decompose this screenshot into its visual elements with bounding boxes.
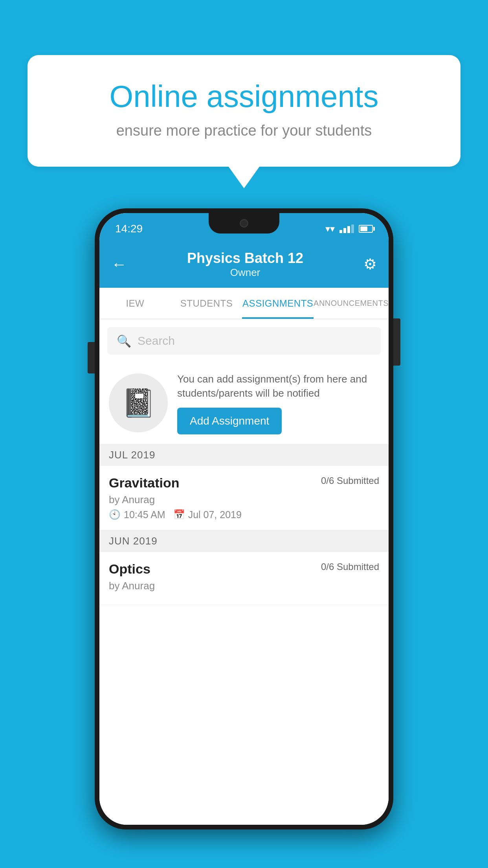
tab-students[interactable]: STUDENTS [171, 288, 242, 319]
search-bar[interactable]: 🔍 Search [107, 327, 381, 355]
search-icon: 🔍 [117, 334, 131, 348]
assignment-title: Gravitation [109, 475, 179, 491]
signal-bars-icon [339, 224, 354, 233]
battery-icon [359, 225, 373, 233]
assignment-item-gravitation[interactable]: Gravitation 0/6 Submitted by Anurag 🕙 10… [99, 466, 389, 530]
assignment-time: 10:45 AM [124, 509, 165, 520]
promo-description: You can add assignment(s) from here and … [177, 372, 379, 401]
status-time: 14:29 [115, 223, 143, 235]
promo-section: 📓 You can add assignment(s) from here an… [99, 362, 389, 444]
month-separator-jul: JUL 2019 [99, 444, 389, 466]
calendar-icon: 📅 [173, 509, 185, 520]
promo-text-area: You can add assignment(s) from here and … [177, 372, 379, 434]
settings-icon[interactable]: ⚙ [363, 256, 377, 273]
promo-icon-circle: 📓 [109, 373, 168, 432]
content-area: 🔍 Search 📓 You can add assignment(s) fro… [99, 319, 389, 825]
speech-bubble: Online assignments ensure more practice … [28, 55, 460, 167]
add-assignment-button[interactable]: Add Assignment [177, 408, 282, 434]
bubble-title: Online assignments [55, 79, 433, 114]
header-title: Physics Batch 12 [187, 250, 303, 267]
header-center: Physics Batch 12 Owner [187, 250, 303, 279]
tab-assignments[interactable]: ASSIGNMENTS [242, 288, 314, 319]
app-header: ← Physics Batch 12 Owner ⚙ [99, 241, 389, 288]
wifi-icon: ▾▾ [325, 223, 335, 234]
search-placeholder: Search [138, 334, 175, 348]
assignment-item-optics[interactable]: Optics 0/6 Submitted by Anurag [99, 552, 389, 605]
tab-iew[interactable]: IEW [99, 288, 171, 319]
assignment-by: by Anurag [109, 494, 379, 506]
assignment-time-date: 🕙 10:45 AM 📅 Jul 07, 2019 [109, 509, 379, 520]
assignment-submitted: 0/6 Submitted [321, 475, 379, 486]
header-subtitle: Owner [187, 267, 303, 279]
assignment-header-optics: Optics 0/6 Submitted [109, 561, 379, 577]
tabs-bar: IEW STUDENTS ASSIGNMENTS ANNOUNCEMENTS [99, 288, 389, 319]
tab-announcements[interactable]: ANNOUNCEMENTS [314, 288, 389, 319]
clock-icon: 🕙 [109, 509, 121, 520]
bubble-subtitle: ensure more practice for your students [55, 122, 433, 139]
back-button[interactable]: ← [111, 256, 127, 273]
time-badge: 🕙 10:45 AM [109, 509, 165, 520]
notebook-icon: 📓 [121, 387, 156, 419]
phone-notch [209, 213, 279, 234]
assignment-title-optics: Optics [109, 561, 150, 577]
assignment-date: Jul 07, 2019 [188, 509, 242, 520]
assignment-by-optics: by Anurag [109, 580, 379, 592]
month-separator-jun: JUN 2019 [99, 530, 389, 552]
phone-screen: 14:29 ▾▾ [99, 213, 389, 825]
status-icons: ▾▾ [325, 223, 373, 234]
camera [240, 219, 248, 228]
phone-wrapper: 14:29 ▾▾ [95, 208, 393, 829]
date-badge: 📅 Jul 07, 2019 [173, 509, 242, 520]
assignment-submitted-optics: 0/6 Submitted [321, 561, 379, 572]
assignment-header: Gravitation 0/6 Submitted [109, 475, 379, 491]
phone-outer: 14:29 ▾▾ [95, 208, 393, 829]
speech-bubble-container: Online assignments ensure more practice … [28, 55, 460, 167]
